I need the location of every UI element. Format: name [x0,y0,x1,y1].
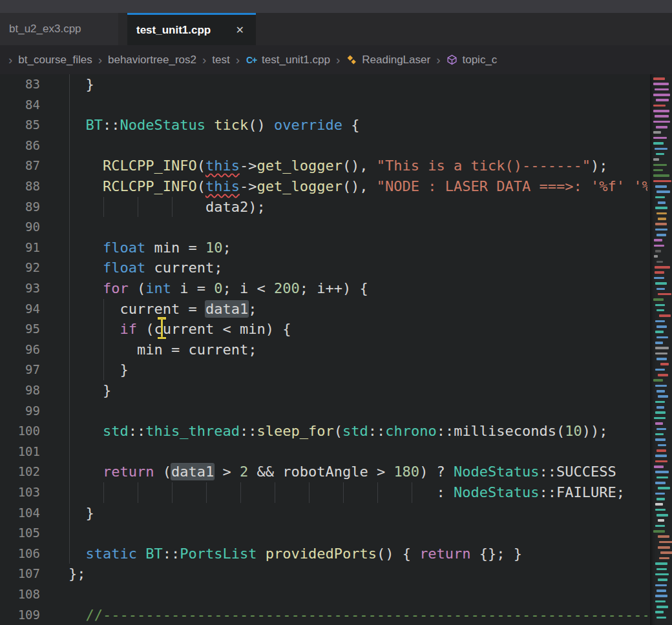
line-number[interactable]: 84 [0,95,40,116]
minimap-line [653,158,659,161]
minimap-line [656,406,664,409]
line-number[interactable]: 88 [0,176,40,197]
minimap-line [658,374,668,376]
line-number[interactable]: 91 [0,238,40,258]
breadcrumb-item[interactable]: C+test_unit1.cpp [246,54,330,67]
code-line[interactable]: 84 [0,95,647,116]
code-text: } [68,503,94,524]
line-number[interactable]: 107 [0,564,40,584]
tab-test-unit1[interactable]: test_unit1.cpp ✕ [127,13,256,45]
minimap-line [655,595,667,597]
minimap-line [658,487,670,489]
line-number[interactable]: 89 [0,197,40,218]
code-text: min = current; [68,340,257,360]
code-line[interactable]: 88 RCLCPP_INFO(this->get_logger(), "NODE… [0,176,647,197]
line-number[interactable]: 90 [0,217,40,238]
code-line[interactable]: 95 if (current < min) { [0,319,647,340]
line-number[interactable]: 100 [0,421,40,442]
code-line[interactable]: 83 } [0,74,647,95]
editor[interactable]: 83 }8485 BT::NodeStatus tick() override … [0,74,672,625]
line-number[interactable]: 105 [0,523,40,544]
line-number[interactable]: 97 [0,360,40,380]
code-line[interactable]: 104 } [0,503,647,524]
code-line[interactable]: 105 [0,523,647,544]
code-line[interactable]: 87 RCLCPP_INFO(this->get_logger(), "This… [0,156,647,176]
line-number[interactable]: 93 [0,278,40,299]
code-line[interactable]: 89 data2); [0,197,647,218]
chevron-right-icon: › [8,53,12,67]
code-line[interactable]: 96 min = current; [0,340,647,360]
code-line[interactable]: 100 std::this_thread::sleep_for(std::chr… [0,421,647,442]
code-line[interactable]: 107}; [0,564,647,584]
code-area[interactable]: 83 }8485 BT::NodeStatus tick() override … [0,74,647,625]
line-number[interactable]: 98 [0,380,40,401]
code-line[interactable]: 102 return (data1 > 2 && robotAngle > 18… [0,462,647,482]
breadcrumb-item[interactable]: bt_course_files [18,54,92,67]
minimap-line [656,606,668,608]
line-number[interactable]: 101 [0,442,40,462]
minimap-line [658,546,670,549]
breadcrumb-item[interactable]: topic_c [446,54,497,67]
line-number[interactable]: 104 [0,503,40,524]
minimap-line [654,466,664,468]
minimap-line [653,131,661,134]
line-number[interactable]: 85 [0,115,40,136]
indent-guide [69,523,70,544]
minimap-line [658,519,664,522]
minimap-line [660,363,669,365]
method-symbol-icon [446,54,457,66]
code-line[interactable]: 90 [0,217,647,238]
code-line[interactable]: 98 } [0,380,647,401]
minimap-line [654,277,664,280]
line-number[interactable]: 102 [0,462,40,482]
minimap-line [655,271,664,274]
minimap-line [658,535,669,538]
line-number[interactable]: 94 [0,299,40,320]
line-number[interactable]: 108 [0,584,40,605]
minimap-line [655,196,665,199]
minimap-line [653,174,669,177]
minimap-line [656,514,668,517]
minimap-line [655,562,667,565]
line-number[interactable]: 86 [0,136,40,156]
minimap-line [653,105,666,107]
line-number[interactable]: 83 [0,74,40,95]
line-number[interactable]: 103 [0,482,40,503]
minimap-line [655,250,661,252]
minimap-line [656,309,664,312]
code-text: float current; [68,258,222,278]
line-number[interactable]: 92 [0,258,40,278]
code-line[interactable]: 106 static BT::PortsList providedPorts()… [0,544,647,564]
code-line[interactable]: 97 } [0,360,647,380]
minimap[interactable] [650,74,672,625]
indent-guide [69,442,70,462]
line-number[interactable]: 96 [0,340,40,360]
code-line[interactable]: 99 [0,401,647,422]
minimap-line [658,201,666,204]
minimap-line [655,266,670,269]
code-line[interactable]: 92 float current; [0,258,647,278]
code-line[interactable]: 86 [0,136,647,156]
breadcrumb-item[interactable]: behaviortree_ros2 [108,54,196,67]
minimap-line [655,148,667,150]
minimap-line [655,342,663,344]
code-line[interactable]: 108 [0,584,647,605]
minimap-line [656,126,667,128]
minimap-line [655,304,665,307]
code-line[interactable]: 94 current = data1; [0,299,647,320]
breadcrumb-item[interactable]: ReadingLaser [346,54,430,67]
code-line[interactable]: 109 //----------------------------------… [0,605,647,625]
line-number[interactable]: 109 [0,605,40,625]
close-icon[interactable]: ✕ [233,23,247,37]
code-line[interactable]: 85 BT::NodeStatus tick() override { [0,115,647,136]
code-line[interactable]: 103 : NodeStatus::FAILURE; [0,482,647,503]
tab-bt-u2-ex3[interactable]: bt_u2_ex3.cpp [0,13,118,45]
line-number[interactable]: 87 [0,156,40,176]
line-number[interactable]: 95 [0,319,40,340]
code-line[interactable]: 91 float min = 10; [0,238,647,258]
code-line[interactable]: 93 for (int i = 0; i < 200; i++) { [0,278,647,299]
code-line[interactable]: 101 [0,442,647,462]
line-number[interactable]: 106 [0,544,40,564]
breadcrumb-item[interactable]: test [212,54,229,67]
line-number[interactable]: 99 [0,401,40,422]
